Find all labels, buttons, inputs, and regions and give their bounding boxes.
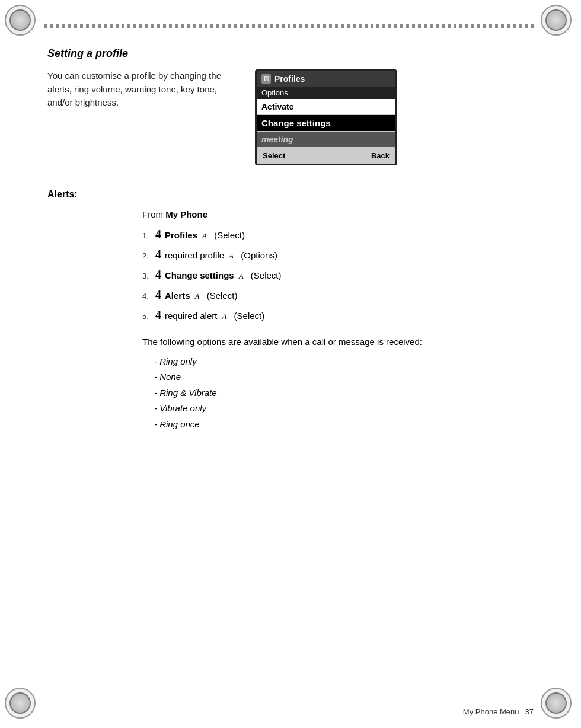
- section-title: Setting a profile: [47, 47, 534, 60]
- alerts-label: Alerts:: [47, 189, 534, 200]
- alerts-section: Alerts: From My Phone 1. 4 Profiles A (S…: [47, 189, 534, 431]
- step-5-suffix: (Select): [231, 309, 264, 323]
- step-2-arrow: A: [226, 251, 236, 261]
- option-none: None: [154, 371, 534, 384]
- main-content: Setting a profile You can customise a pr…: [47, 47, 534, 692]
- from-text: From My Phone: [142, 209, 534, 219]
- phone-bottom-bar: Select Back: [257, 148, 395, 164]
- option-vibrate-only: Vibrate only: [154, 402, 534, 416]
- corner-decoration-tr: [541, 5, 576, 40]
- top-border-decoration: [44, 24, 537, 28]
- corner-decoration-tl: [5, 5, 40, 40]
- footer-text: My Phone Menu 37: [463, 707, 534, 716]
- phone-x-icon: ☒: [261, 74, 271, 84]
- step-2: 2. 4 required profile A (Options): [142, 245, 534, 263]
- step-4-bold: Alerts: [165, 289, 190, 303]
- footer-label: My Phone Menu: [463, 707, 519, 716]
- phone-screen-title: Profiles: [274, 74, 305, 84]
- step-3-suffix: (Select): [248, 269, 282, 283]
- profile-section: You can customise a profile by changing …: [47, 69, 534, 165]
- step-2-plain: required profile: [165, 249, 224, 263]
- phone-select-btn: Select: [263, 151, 285, 160]
- phone-title-bar: ☒ Profiles: [257, 71, 395, 87]
- phone-menu-options: Options: [257, 87, 395, 99]
- step-4: 4. 4 Alerts A (Select): [142, 286, 534, 304]
- step-3-num: 3.: [142, 270, 152, 282]
- from-source: My Phone: [165, 209, 208, 219]
- step-2-suffix: (Options): [238, 249, 277, 263]
- step-1-icon: 4: [155, 225, 161, 243]
- phone-back-btn: Back: [371, 151, 390, 160]
- step-list: 1. 4 Profiles A (Select) 2. 4 required p…: [142, 225, 534, 324]
- options-list: Ring only None Ring & Vibrate Vibrate on…: [154, 355, 534, 432]
- alerts-content: From My Phone 1. 4 Profiles A (Select) 2…: [142, 209, 534, 431]
- step-4-suffix: (Select): [205, 289, 238, 303]
- phone-menu-meeting: meeting: [257, 132, 395, 148]
- step-1-num: 1.: [142, 230, 152, 242]
- step-3: 3. 4 Change settings A (Select): [142, 266, 534, 283]
- footer-page-number: 37: [525, 707, 534, 716]
- step-3-icon: 4: [155, 266, 161, 283]
- step-1-suffix: (Select): [212, 229, 245, 242]
- step-5-arrow: A: [219, 312, 229, 321]
- phone-screen-mockup: ☒ Profiles Options Activate Change setti…: [255, 69, 397, 165]
- step-1-bold: Profiles: [165, 229, 197, 242]
- phone-menu-change-settings: Change settings: [257, 115, 395, 132]
- following-text: The following options are available when…: [142, 336, 534, 349]
- step-2-icon: 4: [155, 245, 161, 263]
- step-5-plain: required alert: [165, 309, 217, 323]
- corner-decoration-br: [541, 688, 576, 723]
- step-4-icon: 4: [155, 286, 161, 304]
- step-4-arrow: A: [193, 292, 202, 301]
- option-ring-vibrate: Ring & Vibrate: [154, 387, 534, 400]
- step-3-arrow: A: [237, 272, 246, 281]
- step-5-icon: 4: [155, 306, 161, 324]
- option-ring-only: Ring only: [154, 355, 534, 369]
- step-5: 5. 4 required alert A (Select): [142, 306, 534, 324]
- step-5-num: 5.: [142, 311, 152, 323]
- page-footer: My Phone Menu 37: [47, 707, 534, 716]
- corner-decoration-bl: [5, 688, 40, 723]
- step-4-num: 4.: [142, 290, 152, 302]
- step-1: 1. 4 Profiles A (Select): [142, 225, 534, 243]
- step-1-arrow: A: [200, 231, 209, 241]
- step-3-bold: Change settings: [165, 269, 234, 283]
- step-2-num: 2.: [142, 250, 152, 262]
- option-ring-once: Ring once: [154, 418, 534, 432]
- profile-description: You can customise a profile by changing …: [47, 69, 237, 110]
- phone-menu-activate: Activate: [257, 99, 395, 115]
